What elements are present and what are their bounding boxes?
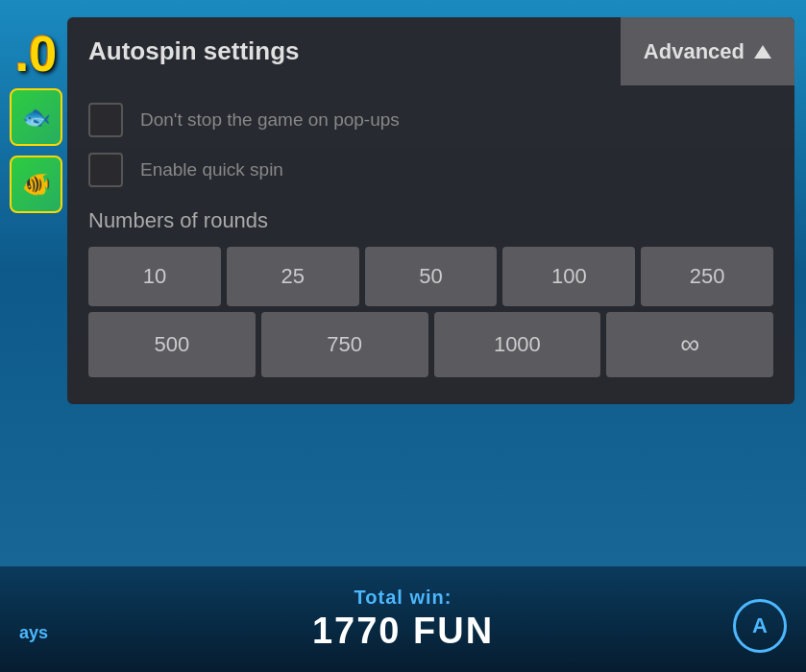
- round-btn-10[interactable]: 10: [88, 247, 221, 306]
- reel-symbol-1: 🐟: [10, 88, 62, 146]
- round-btn-50[interactable]: 50: [365, 247, 498, 306]
- quick-spin-label: Enable quick spin: [140, 159, 283, 180]
- rounds-row-1: 10 25 50 100 250: [88, 247, 773, 306]
- round-btn-1000[interactable]: 1000: [434, 312, 601, 377]
- advanced-button[interactable]: Advanced: [621, 17, 794, 85]
- rounds-grid: 10 25 50 100 250 500 750 1000 ∞: [88, 247, 773, 377]
- arrow-up-icon: [754, 45, 771, 59]
- reel-symbol-2: 🐠: [10, 156, 62, 213]
- rounds-section-title: Numbers of rounds: [88, 208, 773, 233]
- total-win-value: 1770 FUN: [312, 611, 494, 652]
- auto-spin-icon-button[interactable]: A: [733, 599, 787, 653]
- round-btn-100[interactable]: 100: [502, 247, 635, 306]
- modal-header: Autospin settings Advanced: [67, 17, 794, 85]
- modal-title: Autospin settings: [67, 17, 321, 85]
- round-btn-infinity[interactable]: ∞: [606, 312, 773, 377]
- no-popups-label: Don't stop the game on pop-ups: [140, 109, 400, 131]
- round-btn-500[interactable]: 500: [88, 312, 256, 377]
- no-popups-row: Don't stop the game on pop-ups: [88, 103, 773, 137]
- total-win-label: Total win:: [354, 587, 452, 609]
- game-left-panel: .0 🐟 🐠: [0, 0, 72, 576]
- round-btn-25[interactable]: 25: [227, 247, 359, 306]
- rounds-row-2: 500 750 1000 ∞: [88, 312, 773, 377]
- game-number: .0: [15, 29, 57, 79]
- autospin-modal: Autospin settings Advanced Don't stop th…: [67, 17, 794, 404]
- bottom-bar: Total win: 1770 FUN ays A: [0, 566, 806, 672]
- no-popups-checkbox[interactable]: [88, 103, 123, 137]
- round-btn-750[interactable]: 750: [261, 312, 428, 377]
- round-btn-250[interactable]: 250: [641, 247, 773, 306]
- modal-body: Don't stop the game on pop-ups Enable qu…: [67, 85, 794, 404]
- quick-spin-checkbox[interactable]: [88, 153, 123, 187]
- quick-spin-row: Enable quick spin: [88, 153, 773, 187]
- advanced-label: Advanced: [644, 39, 745, 64]
- pays-text: ays: [19, 623, 48, 643]
- auto-spin-label: A: [752, 613, 768, 638]
